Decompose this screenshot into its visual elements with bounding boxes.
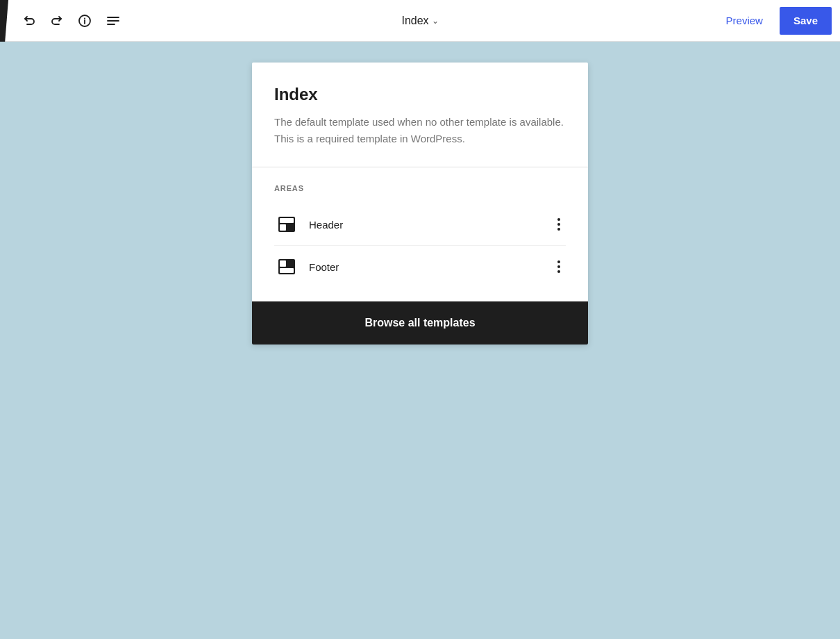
browse-all-templates-button[interactable]: Browse all templates bbox=[252, 301, 588, 345]
header-area-icon bbox=[274, 212, 299, 237]
header-more-button[interactable] bbox=[552, 215, 566, 233]
three-dots-icon bbox=[557, 260, 560, 273]
toolbar: Index ⌄ Preview Save bbox=[0, 0, 840, 42]
panel-title: Index bbox=[274, 85, 566, 104]
undo-button[interactable] bbox=[18, 10, 40, 32]
panel-areas-section: AREAS Header bbox=[252, 167, 588, 301]
footer-area-icon bbox=[274, 254, 299, 279]
template-panel: Index The default template used when no … bbox=[252, 63, 588, 345]
areas-label: AREAS bbox=[274, 184, 566, 192]
header-area-name: Header bbox=[309, 219, 552, 231]
panel-footer-section: Browse all templates bbox=[252, 301, 588, 345]
footer-area-name: Footer bbox=[309, 261, 552, 273]
redo-button[interactable] bbox=[46, 10, 68, 32]
svg-rect-3 bbox=[280, 218, 294, 223]
svg-point-1 bbox=[84, 17, 85, 19]
panel-description: The default template used when no other … bbox=[274, 114, 566, 147]
svg-rect-7 bbox=[280, 260, 286, 267]
svg-rect-4 bbox=[280, 224, 286, 231]
footer-more-button[interactable] bbox=[552, 258, 566, 276]
corner-decoration bbox=[0, 0, 8, 42]
panel-info-section: Index The default template used when no … bbox=[252, 63, 588, 167]
three-dots-icon bbox=[557, 218, 560, 231]
toolbar-left-actions bbox=[18, 9, 125, 33]
page-title-text: Index bbox=[401, 15, 428, 27]
info-button[interactable] bbox=[74, 10, 96, 32]
svg-rect-6 bbox=[280, 268, 294, 273]
save-button[interactable]: Save bbox=[780, 7, 832, 35]
toolbar-right-actions: Preview Save bbox=[718, 7, 832, 35]
menu-button[interactable] bbox=[101, 9, 125, 33]
area-item-footer: Footer bbox=[274, 246, 566, 288]
area-item-header: Header bbox=[274, 204, 566, 246]
editor-canvas: Index The default template used when no … bbox=[0, 42, 840, 639]
page-title-button[interactable]: Index ⌄ bbox=[396, 12, 444, 30]
preview-button[interactable]: Preview bbox=[718, 10, 771, 31]
toolbar-center: Index ⌄ bbox=[396, 12, 444, 30]
chevron-down-icon: ⌄ bbox=[432, 16, 439, 26]
